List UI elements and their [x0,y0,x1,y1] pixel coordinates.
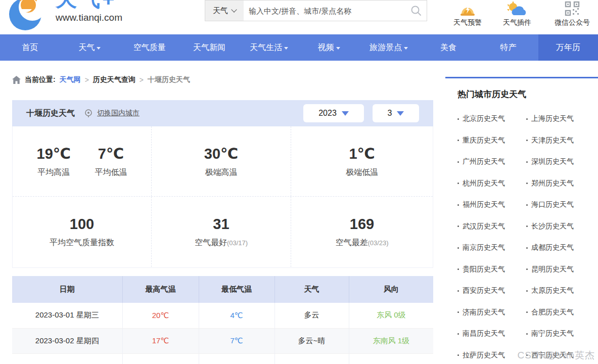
nav-item-calendar[interactable]: 万年历 [538,34,598,61]
city-header-bar: 十堰历史天气 切换国内城市 2023 3 [12,100,433,126]
bullet-icon [526,118,528,120]
site-logo[interactable]: 天气+ www.tianqi.com [7,0,139,34]
stat-worst-air-date: (03/23) [367,239,388,247]
caret-down-icon [284,47,288,50]
chevron-down-icon [231,7,237,12]
quick-link-wechat-account[interactable]: 微信公众号 [547,0,597,27]
bullet-icon [526,140,528,141]
cell-date: 2023-03-01 星期三 [12,303,122,328]
city-link[interactable]: 西安历史天气 [457,280,526,302]
city-link[interactable]: 重庆历史天气 [457,130,526,152]
city-link[interactable]: 拉萨历史天气 [457,345,526,364]
search-category-value: 天气 [213,6,228,16]
breadcrumb-separator: > [140,76,144,84]
table-header-row: 日期 最高气温 最低气温 天气 风向 [12,276,433,303]
quick-link-weather-widget[interactable]: 天气插件 [494,0,540,27]
city-link[interactable]: 杭州历史天气 [457,173,526,195]
city-link-grid: 北京历史天气 上海历史天气 重庆历史天气 天津历史天气 广州历史天气 深圳历史天… [445,102,598,364]
month-dropdown[interactable]: 3 [373,104,419,122]
search-bar: 天气 [205,0,427,21]
city-link[interactable]: 武汉历史天气 [457,216,526,238]
bullet-icon [457,333,459,335]
city-link[interactable]: 上海历史天气 [526,108,595,130]
bullet-icon [457,290,459,292]
city-link[interactable]: 太原历史天气 [526,280,595,302]
col-header-date: 日期 [12,276,122,303]
nav-item-video[interactable]: 视频 [299,34,358,61]
nav-item-weather[interactable]: 天气 [60,34,119,61]
stat-extreme-high: 30℃ 极端高温 [204,145,238,178]
bullet-icon [457,140,459,141]
city-link[interactable]: 郑州历史天气 [526,173,595,195]
monthly-stats-panel: 19℃ 平均高温 7℃ 平均低温 30℃ 极端高温 1℃ 极端低温 100 [12,126,433,268]
breadcrumb-link-history[interactable]: 历史天气查询 [93,75,135,84]
city-link[interactable]: 南昌历史天气 [457,323,526,345]
city-link[interactable]: 南京历史天气 [457,237,526,259]
bullet-icon [526,161,528,163]
nav-item-specialty[interactable]: 特产 [478,34,538,61]
city-link[interactable]: 深圳历史天气 [526,151,595,173]
city-link[interactable]: 南宁历史天气 [526,323,595,345]
city-link[interactable]: 广州历史天气 [457,151,526,173]
city-link[interactable]: 贵阳历史天气 [457,259,526,281]
bullet-icon [526,354,528,356]
triangle-down-icon [397,111,404,116]
nav-item-food[interactable]: 美食 [419,34,478,61]
bullet-icon [457,118,459,120]
city-link[interactable]: 西宁历史天气 [526,345,595,364]
city-link[interactable]: 长沙历史天气 [526,216,595,238]
cell-weather: 多云 [274,303,349,328]
bullet-icon [457,225,459,227]
city-link[interactable]: 福州历史天气 [457,194,526,216]
city-link[interactable]: 济南历史天气 [457,302,526,324]
cell-low-temp: 4℃ [199,303,274,328]
hot-cities-sidebar: 热门城市历史天气 北京历史天气 上海历史天气 重庆历史天气 天津历史天气 广州历… [445,77,598,364]
bullet-icon [526,183,528,184]
triangle-down-icon [342,111,349,116]
stat-best-air-date: (03/17) [227,239,248,247]
nav-item-air-quality[interactable]: 空气质量 [120,34,179,61]
quick-link-weather-alert[interactable]: 天气预警 [445,0,490,27]
logo-site-url: www.tianqi.com [56,12,122,23]
nav-item-home[interactable]: 首页 [0,34,60,61]
city-link[interactable]: 天津历史天气 [526,130,595,152]
quick-link-label: 天气预警 [445,18,490,27]
caret-down-icon [336,47,340,50]
nav-item-weather-life[interactable]: 天气生活 [239,34,299,61]
city-link[interactable]: 海口历史天气 [526,194,595,216]
nav-item-weather-news[interactable]: 天气新闻 [179,34,239,61]
search-input[interactable] [244,7,405,15]
nav-item-tourist-spots[interactable]: 旅游景点 [359,34,419,61]
cell-low-temp: 7℃ [199,328,274,353]
stat-avg-high: 19℃ 平均高温 [37,145,71,178]
bullet-icon [457,354,459,356]
search-button[interactable] [405,1,427,21]
city-link[interactable]: 成都历史天气 [526,237,595,259]
cell-date: 2023-03-02 星期四 [12,328,122,353]
month-value: 3 [388,109,392,118]
alarm-icon [458,1,477,16]
logo-wordmark: 天气+ [56,0,117,13]
breadcrumb-separator: > [85,76,89,84]
city-link[interactable]: 昆明历史天气 [526,259,595,281]
search-category-select[interactable]: 天气 [205,1,244,21]
bullet-icon [457,161,459,163]
bullet-icon [526,204,528,206]
bullet-icon [526,225,528,227]
breadcrumb-link-home[interactable]: 天气网 [60,75,81,84]
city-link[interactable]: 北京历史天气 [457,108,526,130]
col-header-weather: 天气 [274,276,349,303]
main-nav: 首页 天气 空气质量 天气新闻 天气生活 视频 旅游景点 美食 特产 万年历 [0,34,598,61]
breadcrumb-current: 十堰历史天气 [148,75,190,84]
bullet-icon [457,247,459,249]
year-value: 2023 [318,109,337,118]
bullet-icon [526,268,528,270]
col-header-high: 最高气温 [122,276,199,303]
city-link[interactable]: 合肥历史天气 [526,302,595,324]
switch-city-link[interactable]: 切换国内城市 [97,109,140,118]
year-dropdown[interactable]: 2023 [303,104,364,122]
stat-worst-air: 169 空气最差(03/23) [335,216,388,248]
site-header: 天气+ www.tianqi.com 天气 天气预警 [0,0,598,34]
bullet-icon [526,311,528,313]
breadcrumb-prefix: 当前位置: [25,75,56,84]
